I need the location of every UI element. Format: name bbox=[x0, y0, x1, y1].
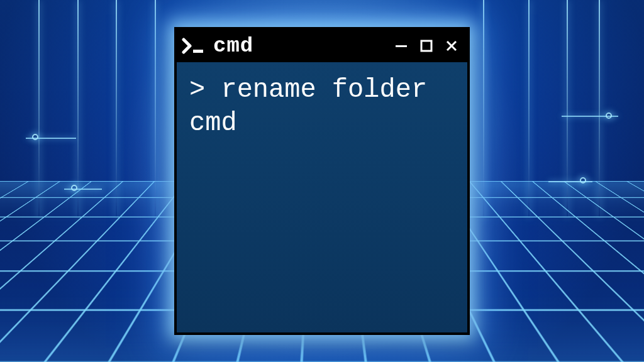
svg-rect-2 bbox=[421, 41, 431, 51]
close-button[interactable] bbox=[442, 36, 461, 55]
minimize-button[interactable] bbox=[392, 36, 411, 55]
maximize-button[interactable] bbox=[417, 36, 436, 55]
svg-rect-1 bbox=[396, 45, 407, 47]
terminal-body[interactable]: > rename folder cmd bbox=[177, 62, 467, 332]
command-text: rename folder cmd bbox=[189, 75, 443, 138]
titlebar[interactable]: cmd bbox=[177, 30, 467, 62]
terminal-window: cmd > rename folder cmd bbox=[174, 27, 470, 335]
prompt-symbol: > bbox=[189, 75, 205, 105]
svg-rect-0 bbox=[193, 50, 203, 53]
window-title: cmd bbox=[213, 34, 253, 58]
prompt-icon bbox=[182, 37, 207, 55]
